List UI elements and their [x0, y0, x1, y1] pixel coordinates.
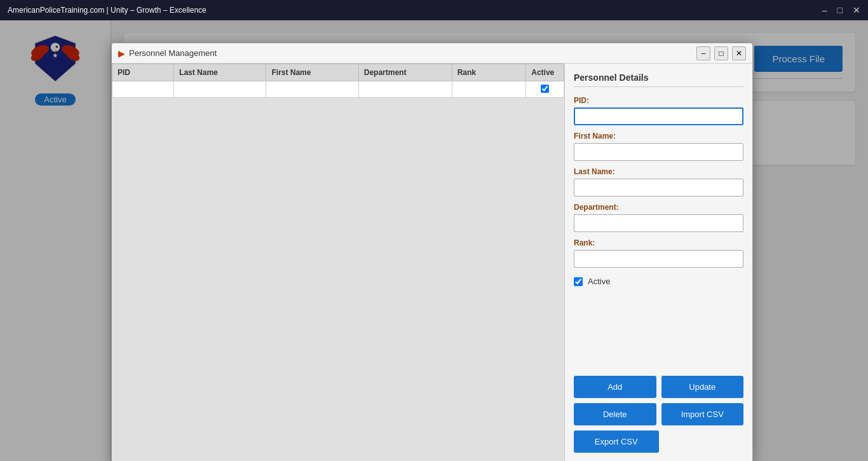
rank-label: Rank:	[574, 238, 743, 247]
pid-label: PID:	[574, 96, 743, 105]
window-title-bar: AmericanPoliceTraining.com | Unity – Gro…	[0, 0, 868, 20]
active-field-label: Active	[588, 277, 610, 286]
table-filter-row	[112, 81, 564, 98]
modal-titlebar: ▶ Personnel Management – □ ✕	[112, 43, 752, 64]
department-label: Department:	[574, 203, 743, 212]
modal-close-btn[interactable]: ✕	[732, 46, 746, 60]
pid-group: PID:	[574, 96, 743, 125]
department-input[interactable]	[574, 214, 743, 232]
export-btn-row: Export CSV	[574, 430, 743, 453]
last-name-label: Last Name:	[574, 167, 743, 176]
filter-first-name-input[interactable]	[271, 86, 353, 93]
filter-rank-input[interactable]	[458, 86, 521, 93]
table-empty-area	[112, 98, 564, 461]
modal-title-area: ▶ Personnel Management	[118, 48, 217, 58]
export-csv-button[interactable]: Export CSV	[574, 430, 659, 453]
filter-department-input[interactable]	[364, 86, 447, 93]
details-title: Personnel Details	[574, 72, 743, 87]
last-name-group: Last Name:	[574, 167, 743, 196]
window-minimize-btn[interactable]: –	[822, 5, 827, 15]
delete-button[interactable]: Delete	[574, 403, 656, 425]
active-row: Active	[574, 277, 743, 286]
col-department[interactable]: Department	[358, 64, 452, 81]
rank-group: Rank:	[574, 238, 743, 268]
filter-active	[526, 81, 564, 98]
pid-input[interactable]	[574, 107, 743, 125]
modal-maximize-btn[interactable]: □	[714, 46, 728, 60]
modal-title: Personnel Management	[129, 48, 217, 58]
app-title: AmericanPoliceTraining.com | Unity – Gro…	[8, 6, 207, 15]
filter-rank	[452, 81, 526, 98]
modal-minimize-btn[interactable]: –	[696, 46, 710, 60]
action-buttons: Add Update Delete Import CSV	[574, 376, 743, 425]
table-area: PID Last Name First Name Department Rank…	[112, 64, 565, 461]
department-group: Department:	[574, 203, 743, 232]
filter-active-checkbox[interactable]	[541, 85, 549, 93]
modal-icon: ▶	[118, 48, 125, 58]
details-panel: Personnel Details PID: First Name: Last …	[565, 64, 752, 461]
first-name-group: First Name:	[574, 132, 743, 161]
filter-pid-input[interactable]	[118, 86, 168, 93]
modal-body: PID Last Name First Name Department Rank…	[112, 64, 752, 461]
col-pid[interactable]: PID	[112, 64, 174, 81]
col-first-name[interactable]: First Name	[266, 64, 358, 81]
table-body	[112, 81, 564, 98]
filter-last-name	[174, 81, 266, 98]
first-name-input[interactable]	[574, 143, 743, 161]
personnel-management-modal: ▶ Personnel Management – □ ✕ PID Last Na…	[111, 43, 753, 461]
personnel-table: PID Last Name First Name Department Rank…	[112, 64, 564, 98]
table-header: PID Last Name First Name Department Rank…	[112, 64, 564, 81]
filter-pid	[112, 81, 174, 98]
col-active[interactable]: Active	[526, 64, 564, 81]
active-checkbox[interactable]	[574, 277, 583, 286]
window-maximize-btn[interactable]: □	[837, 5, 843, 15]
title-bar-controls: – □ ✕	[822, 5, 860, 15]
title-bar-left: AmericanPoliceTraining.com | Unity – Gro…	[8, 6, 207, 15]
filter-department	[358, 81, 452, 98]
import-csv-button[interactable]: Import CSV	[661, 403, 744, 425]
first-name-label: First Name:	[574, 132, 743, 141]
add-button[interactable]: Add	[574, 376, 656, 398]
col-last-name[interactable]: Last Name	[174, 64, 266, 81]
rank-input[interactable]	[574, 250, 743, 268]
filter-first-name	[266, 81, 358, 98]
col-rank[interactable]: Rank	[452, 64, 526, 81]
update-button[interactable]: Update	[661, 376, 744, 398]
app-background: Active TCLEDDS Trai Process File 08:14:5…	[0, 20, 868, 461]
filter-last-name-input[interactable]	[179, 86, 261, 93]
last-name-input[interactable]	[574, 179, 743, 196]
modal-controls: – □ ✕	[696, 46, 746, 60]
window-close-btn[interactable]: ✕	[853, 5, 860, 15]
